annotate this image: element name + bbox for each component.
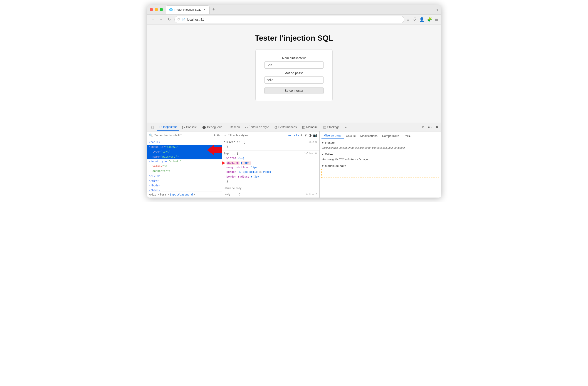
tab-console[interactable]: ▷ Console [180, 124, 199, 130]
tab-close-button[interactable]: ✕ [203, 8, 206, 11]
memory-label: Mémoire [306, 125, 318, 129]
flexbox-arrow-icon: ▼ [321, 141, 324, 144]
new-tab-button[interactable]: + [211, 6, 216, 13]
tab-memory[interactable]: ◫ Mémoire [300, 124, 320, 130]
screenshot-icon[interactable]: 📷 [313, 133, 318, 137]
flexbox-label: Flexbox [325, 141, 335, 144]
debugger-icon: ⬤ [202, 125, 206, 129]
style-source-inline: inline [309, 140, 318, 144]
add-node-button[interactable]: + [213, 133, 215, 137]
more-options-icon[interactable]: ••• [427, 124, 433, 130]
tab-poli[interactable]: Poli ▸ [401, 133, 413, 139]
layout-panel: Mise en page Calculé Modifications Compa… [320, 131, 441, 197]
style-editor-label: Éditeur de style [249, 125, 269, 129]
page-title: Tester l'injection SQL [255, 34, 333, 43]
password-label: Mot de passe [284, 71, 304, 75]
inspector-panel: 🔍 + ✏ <table> <input id="passw…" [147, 131, 222, 197]
tab-storage[interactable]: ▤ Stockage [321, 124, 342, 130]
menu-icon[interactable]: ☰ [435, 17, 438, 22]
html-line-input-submit: <input type="submit" [147, 159, 222, 164]
style-rule-input: inline:30 inp ::: { width: 90…; padding:… [222, 150, 319, 185]
page-content: Tester l'injection SQL Nom d'utilisateur… [147, 24, 441, 197]
breadcrumb-arrow-left[interactable]: ◁ [149, 193, 150, 196]
search-icon: 🔍 [149, 133, 153, 137]
breadcrumb-form[interactable]: form [160, 193, 167, 196]
brightness-icon[interactable]: ☀ [304, 133, 307, 137]
active-tab[interactable]: 🌐 Projet Injection SQL ✕ [166, 5, 210, 14]
maximize-button[interactable] [160, 8, 163, 11]
cls-button[interactable]: .cls [293, 134, 299, 137]
style-selector-1: élément ::: { [224, 141, 245, 144]
tab-compatibilite[interactable]: Compatibilité [380, 133, 401, 139]
html-line-input-name: name="password"> [147, 155, 222, 159]
tab-more[interactable]: » [343, 124, 349, 130]
style-editor-icon: {} [245, 125, 248, 129]
breadcrumb-input[interactable]: input#password [170, 193, 193, 196]
username-input[interactable] [265, 61, 323, 68]
password-input[interactable] [265, 76, 323, 84]
account-icon[interactable]: 👤 [419, 17, 424, 22]
storage-label: Stockage [327, 125, 340, 129]
tab-modifications[interactable]: Modifications [358, 133, 380, 139]
pocket-icon[interactable]: 🛡 [413, 17, 417, 22]
tab-performance[interactable]: ◔ Performances [272, 124, 299, 130]
login-box: Nom d'utilisateur Mot de passe Se connec… [255, 49, 333, 101]
devtools-panel: ⬚ ⬡ Inspecteur ▷ Console ⬤ Débogueur ↕ R… [147, 123, 441, 197]
breadcrumb-bar: ◁ div > form > input#password ▷ [147, 191, 222, 197]
filter-icon: ▼ [224, 134, 227, 137]
inspector-search-bar: 🔍 + ✏ [147, 131, 222, 139]
html-line-form-close: </form> [147, 174, 222, 178]
username-label: Nom d'utilisateur [282, 56, 306, 60]
tab-style-editor[interactable]: {} Éditeur de style [243, 124, 271, 130]
html-line-input-password[interactable]: <input id="passw…" [147, 145, 222, 150]
submit-button[interactable]: Se connecter [265, 87, 323, 94]
tab-calcule[interactable]: Calculé [344, 133, 358, 139]
nav-right-icons: ☆ 🛡 👤 🧩 ☰ [406, 17, 438, 22]
split-view-icon[interactable]: ⧉ [421, 124, 425, 130]
tab-inspector[interactable]: ⬡ Inspecteur [157, 124, 179, 130]
page-icon: 📄 [182, 18, 185, 21]
layout-body: ▼ Flexbox Sélectionnez un conteneur flex… [320, 139, 441, 197]
console-icon: ▷ [182, 125, 185, 129]
breadcrumb-sep-2: > [167, 193, 169, 196]
title-bar: 🌐 Projet Injection SQL ✕ + ∨ [147, 4, 441, 15]
box-model-section: ▼ Modèle de boîte [321, 164, 439, 178]
tab-debugger[interactable]: ⬤ Débogueur [200, 124, 224, 130]
chevron-down-icon: ∨ [436, 8, 438, 11]
password-group: Mot de passe [265, 71, 323, 84]
tab-mise-en-page[interactable]: Mise en page [321, 132, 344, 139]
username-group: Nom d'utilisateur [265, 56, 323, 68]
breadcrumb-div[interactable]: div [151, 193, 156, 196]
inherited-header: Hérité de body [222, 185, 319, 192]
dark-mode-icon[interactable]: ◑ [309, 133, 312, 137]
inspector-search-input[interactable] [154, 134, 212, 137]
box-model-header[interactable]: ▼ Modèle de boîte [321, 164, 439, 168]
hov-button[interactable]: :hov [285, 134, 292, 137]
network-icon: ↕ [227, 125, 229, 129]
devtools-picker-btn[interactable]: ⬚ [149, 124, 156, 130]
tab-network[interactable]: ↕ Réseau [225, 124, 242, 130]
reload-button[interactable]: ↻ [166, 16, 172, 23]
bookmark-icon[interactable]: ☆ [406, 17, 410, 22]
styles-filter-input[interactable] [228, 133, 284, 137]
html-line-table: <table> [147, 140, 222, 145]
back-button[interactable]: ← [150, 16, 156, 23]
edit-button[interactable]: ✏ [217, 133, 220, 137]
grilles-section: ▼ Grilles Aucune grille CSS utilisée sur… [321, 152, 439, 161]
close-devtools-icon[interactable]: ✕ [435, 124, 439, 130]
nav-bar: ← → ↻ 🛡 📄 localhost:81 ☆ 🛡 👤 🧩 ☰ [147, 15, 441, 24]
minimize-button[interactable] [155, 8, 158, 11]
forward-button[interactable]: → [158, 16, 164, 23]
breadcrumb-arrow-right[interactable]: ▷ [194, 193, 195, 196]
box-model-diagram [321, 169, 439, 178]
flexbox-description: Sélectionnez un conteneur flexible ou un… [322, 146, 439, 150]
tab-bar: 🌐 Projet Injection SQL ✕ + [166, 5, 436, 14]
url-display: localhost:81 [187, 18, 401, 21]
main-page: Tester l'injection SQL Nom d'utilisateur… [147, 24, 441, 123]
add-style-button[interactable]: + [300, 133, 302, 137]
address-bar[interactable]: 🛡 📄 localhost:81 [174, 16, 404, 23]
grilles-header[interactable]: ▼ Grilles [321, 152, 439, 156]
extensions-icon[interactable]: 🧩 [427, 17, 432, 22]
close-button[interactable] [150, 8, 153, 11]
flexbox-header[interactable]: ▼ Flexbox [321, 141, 439, 144]
